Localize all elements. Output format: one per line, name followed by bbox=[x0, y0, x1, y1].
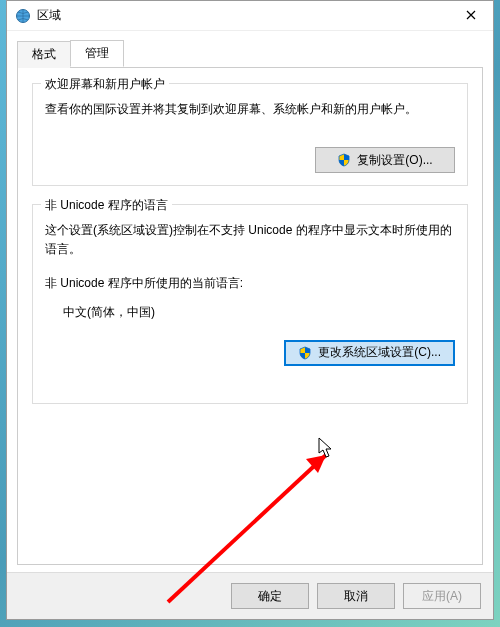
group-welcome-desc: 查看你的国际设置并将其复制到欢迎屏幕、系统帐户和新的用户帐户。 bbox=[45, 100, 455, 119]
group-welcome-screen: 欢迎屏幕和新用户帐户 查看你的国际设置并将其复制到欢迎屏幕、系统帐户和新的用户帐… bbox=[32, 83, 468, 186]
apply-button: 应用(A) bbox=[403, 583, 481, 609]
group-nonunicode-desc: 这个设置(系统区域设置)控制在不支持 Unicode 的程序中显示文本时所使用的… bbox=[45, 221, 455, 259]
current-language-value: 中文(简体，中国) bbox=[63, 303, 455, 322]
group-nonunicode: 非 Unicode 程序的语言 这个设置(系统区域设置)控制在不支持 Unico… bbox=[32, 204, 468, 404]
group-nonunicode-legend: 非 Unicode 程序的语言 bbox=[41, 197, 172, 214]
close-button[interactable] bbox=[448, 1, 493, 31]
cursor-icon bbox=[318, 437, 336, 462]
copy-settings-label: 复制设置(O)... bbox=[357, 152, 432, 169]
current-language-label: 非 Unicode 程序中所使用的当前语言: bbox=[45, 274, 455, 293]
content-area: 格式 管理 欢迎屏幕和新用户帐户 查看你的国际设置并将其复制到欢迎屏幕、系统帐户… bbox=[7, 31, 493, 572]
tab-admin[interactable]: 管理 bbox=[70, 40, 124, 67]
copy-settings-button[interactable]: 复制设置(O)... bbox=[315, 147, 455, 173]
change-system-locale-button[interactable]: 更改系统区域设置(C)... bbox=[284, 340, 455, 366]
globe-icon bbox=[15, 8, 31, 24]
tab-format[interactable]: 格式 bbox=[17, 41, 71, 68]
uac-shield-icon bbox=[298, 346, 312, 360]
tab-strip: 格式 管理 bbox=[17, 40, 483, 68]
tab-body-admin: 欢迎屏幕和新用户帐户 查看你的国际设置并将其复制到欢迎屏幕、系统帐户和新的用户帐… bbox=[17, 67, 483, 565]
dialog-button-bar: 确定 取消 应用(A) bbox=[7, 572, 493, 619]
change-system-locale-label: 更改系统区域设置(C)... bbox=[318, 344, 441, 361]
region-dialog: 区域 格式 管理 欢迎屏幕和新用户帐户 查看你的国际设置并将其复制到欢迎屏幕、系… bbox=[6, 0, 494, 620]
uac-shield-icon bbox=[337, 153, 351, 167]
group-welcome-legend: 欢迎屏幕和新用户帐户 bbox=[41, 76, 169, 93]
cancel-button[interactable]: 取消 bbox=[317, 583, 395, 609]
ok-button[interactable]: 确定 bbox=[231, 583, 309, 609]
titlebar: 区域 bbox=[7, 1, 493, 31]
close-icon bbox=[466, 9, 476, 23]
svg-marker-2 bbox=[306, 455, 326, 473]
dialog-title: 区域 bbox=[37, 7, 448, 24]
